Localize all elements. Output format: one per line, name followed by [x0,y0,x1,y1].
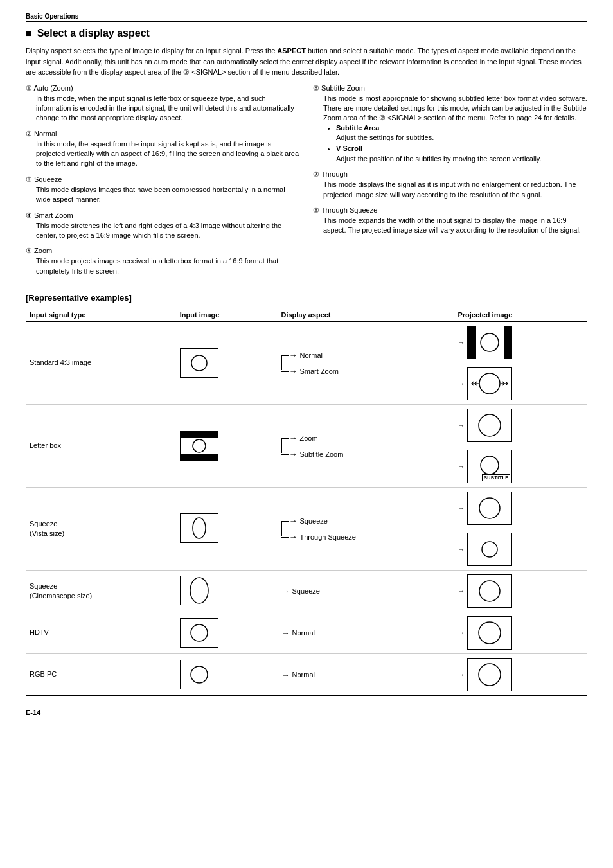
signal-type-cell: HDTV [26,612,176,654]
input-image-cell [176,488,278,571]
svg-point-18 [479,664,501,686]
svg-point-16 [479,622,501,644]
svg-point-2 [479,373,500,394]
projected-image-cell: → [454,654,587,696]
page-title: Select a display aspect [26,28,587,39]
intro-paragraph: Display aspect selects the type of image… [26,46,587,78]
col-input-image: Input image [176,308,278,322]
input-image-cell [176,322,278,405]
signal-type-cell: Squeeze(Vista size) [26,488,176,571]
projected-image-cell: → → [454,405,587,488]
representative-section: [Representative examples] Input signal t… [26,293,587,696]
projected-image-cell: → [454,612,587,654]
svg-point-8 [479,414,501,436]
svg-point-15 [191,624,208,641]
table-row: RGB PC → Normal [26,654,587,696]
input-image-cell [176,571,278,612]
table-row: Squeeze(Cinemascope size) → Squeez [26,571,587,612]
signal-type-cell: Squeeze(Cinemascope size) [26,571,176,612]
col-signal-type: Input signal type [26,308,176,322]
svg-point-11 [479,498,500,518]
page-number: E-14 [26,709,40,716]
display-aspect-cell: → Squeeze → Through Squeeze [278,488,454,571]
section-header-text: Basic Operations [26,13,78,20]
display-aspect-cell: → Squeeze [278,571,454,612]
input-image-cell [176,405,278,488]
projected-image-cell: → [454,571,587,612]
mode-subtitle-zoom: ⑥ Subtitle Zoom This mode is most approp… [313,84,587,164]
svg-point-9 [481,456,499,474]
display-aspect-cell: → Normal [278,612,454,654]
col-projected-image: Projected image [454,308,587,322]
subtitle-badge: SUBTITLE [482,474,510,481]
input-image-cell [176,612,278,654]
modes-right-col: ⑥ Subtitle Zoom This mode is most approp… [313,84,587,283]
mode-smart-zoom: ④ Smart Zoom This mode stretches the lef… [26,211,300,241]
section-header: Basic Operations [26,13,587,22]
signal-type-cell: Letter box [26,405,176,488]
col-display-aspect: Display aspect [278,308,454,322]
input-image-cell [176,654,278,696]
mode-zoom: ⑤ Zoom This mode projects images receive… [26,247,300,276]
table-row: Letter box [26,405,587,488]
projected-image-cell: → → [454,488,587,571]
page-footer: E-14 [26,709,587,716]
signal-type-cell: RGB PC [26,654,176,696]
representative-title: [Representative examples] [26,293,587,303]
mode-auto-zoom: ① Auto (Zoom) In this mode, when the inp… [26,84,300,123]
table-row: Standard 4:3 image → [26,322,587,405]
svg-point-17 [191,666,208,683]
display-aspect-cell: → Zoom → Subtitle Zoom [278,405,454,488]
svg-point-13 [190,578,208,603]
table-row: HDTV → Normal [26,612,587,654]
svg-point-0 [191,355,207,371]
svg-point-14 [479,581,500,601]
svg-point-7 [193,439,206,452]
svg-point-1 [481,333,499,351]
mode-squeeze: ③ Squeeze This mode displays images that… [26,175,300,205]
modes-left-col: ① Auto (Zoom) In this mode, when the inp… [26,84,300,283]
mode-normal: ② Normal In this mode, the aspect from t… [26,130,300,169]
svg-point-10 [193,518,206,538]
mode-through: ⑦ Through This mode displays the signal … [313,170,587,200]
title-text: Select a display aspect [37,28,150,39]
projected-image-cell: → [454,322,587,405]
mode-through-squeeze: ⑧ Through Squeeze This mode expands the … [313,206,587,236]
signal-type-cell: Standard 4:3 image [26,322,176,405]
display-aspect-cell: → Normal [278,654,454,696]
table-row: Squeeze(Vista size) → [26,488,587,571]
display-aspect-cell: → Normal → Smart Zoom [278,322,454,405]
representative-table: Input signal type Input image Display as… [26,308,587,696]
svg-point-12 [482,542,497,557]
